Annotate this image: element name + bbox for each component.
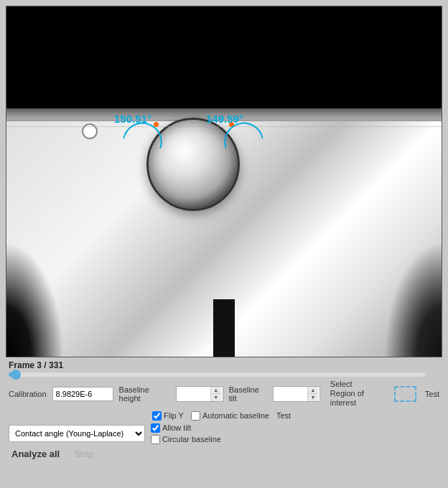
calibration-input[interactable] — [52, 387, 113, 401]
automatic-baseline-group: Automatic baseline — [191, 411, 269, 421]
analyze-all-button[interactable]: Analyze all — [9, 447, 62, 461]
dark-bottom-center — [213, 299, 235, 357]
image-panel: 150.51° 149.59° — [6, 6, 442, 357]
baseline-tilt-down[interactable]: ▼ — [308, 394, 318, 401]
image-top-dark — [6, 6, 442, 111]
frame-label: Frame 3 / 331 — [9, 360, 439, 370]
method-dropdown[interactable]: Contact angle (Young-Laplace) Sessile dr… — [9, 425, 145, 442]
test-right-label: Test — [276, 411, 291, 420]
allow-tilt-checkbox[interactable] — [151, 423, 160, 433]
dark-corner-bl — [6, 242, 64, 357]
baseline-tilt-label: Baseline tilt — [229, 385, 267, 403]
baseline-tilt-arrows: ▲ ▼ — [307, 387, 318, 401]
test-label: Test — [425, 390, 439, 398]
method-checkboxes-row: Contact angle (Young-Laplace) Sessile dr… — [9, 423, 439, 444]
select-roi-label: SelectRegion of interest — [330, 380, 388, 408]
baseline-height-up[interactable]: ▲ — [211, 387, 221, 394]
baseline-height-spinbox: ▲ ▼ — [176, 386, 223, 402]
slider-row — [9, 372, 439, 377]
calibration-row: Calibration Baseline height ▲ ▼ Baseline… — [9, 380, 439, 408]
select-roi-group: SelectRegion of interest — [330, 380, 388, 408]
angle-right-label: 149.59° — [206, 113, 243, 125]
automatic-baseline-label: Automatic baseline — [202, 411, 269, 420]
circular-baseline-label: Circular baseline — [162, 435, 221, 444]
calibration-label: Calibration — [9, 390, 47, 398]
allow-tilt-label: Allow tilt — [162, 423, 191, 432]
dark-corner-br — [384, 242, 442, 357]
flip-y-label: Flip Y — [164, 411, 184, 420]
stop-button[interactable]: Stop — [71, 447, 96, 461]
baseline-tilt-up[interactable]: ▲ — [308, 387, 318, 394]
baseline-height-arrows: ▲ ▼ — [210, 387, 221, 401]
baseline-line — [6, 126, 442, 127]
baseline-height-input[interactable] — [178, 387, 210, 401]
roi-dashed-box[interactable] — [394, 386, 416, 402]
automatic-baseline-checkbox[interactable] — [191, 411, 200, 421]
main-container: 150.51° 149.59° Frame 3 / 331 Calibratio… — [0, 0, 448, 488]
circular-baseline-checkbox[interactable] — [151, 435, 160, 444]
baseline-height-label: Baseline height — [119, 385, 170, 403]
flip-y-group: Flip Y — [152, 411, 184, 421]
allow-tilt-group: Allow tilt — [151, 423, 221, 433]
right-checkboxes: Allow tilt Circular baseline — [151, 423, 221, 444]
baseline-height-down[interactable]: ▼ — [211, 394, 221, 401]
checkboxes-row: Flip Y Automatic baseline Test — [152, 411, 439, 421]
baseline-tilt-input[interactable] — [275, 387, 307, 401]
frame-slider[interactable] — [9, 372, 425, 377]
baseline-tilt-spinbox: ▲ ▼ — [273, 386, 320, 402]
flip-y-checkbox[interactable] — [152, 411, 162, 421]
drop-circle — [146, 118, 240, 211]
circular-baseline-group: Circular baseline — [151, 435, 221, 444]
angle-left-label: 150.51° — [114, 113, 151, 125]
controls-area: Frame 3 / 331 Calibration Baseline heigh… — [6, 357, 442, 482]
bottom-row: Analyze all Stop — [9, 447, 439, 461]
